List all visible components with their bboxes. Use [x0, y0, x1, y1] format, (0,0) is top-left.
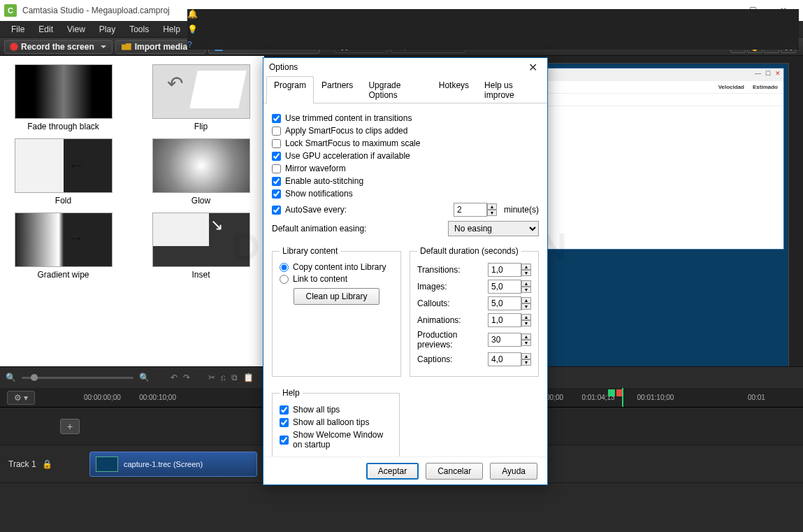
- playhead[interactable]: [622, 388, 623, 407]
- transition-label: Gradient wipe: [4, 270, 122, 280]
- autosave-minutes-input[interactable]: [454, 203, 487, 217]
- tab-partners[interactable]: Partners: [314, 76, 361, 103]
- spin-down[interactable]: ▼: [487, 210, 497, 216]
- chk-smartfocus[interactable]: [272, 127, 281, 136]
- options-dialog: Options ✕ Program Partners Upgrade Optio…: [263, 57, 548, 485]
- ruler-tick: 00:00:00;00: [84, 388, 139, 407]
- clip-thumbnail: [96, 456, 118, 472]
- transition-item[interactable]: Fade through black: [4, 60, 122, 131]
- transition-item[interactable]: Flip: [142, 60, 260, 131]
- dialog-tabs: Program Partners Upgrade Options Hotkeys…: [263, 76, 547, 103]
- menu-help[interactable]: Help: [156, 22, 187, 36]
- record-screen-button[interactable]: Record the screen: [4, 40, 113, 54]
- spin-up[interactable]: ▲: [487, 203, 497, 210]
- menu-tools[interactable]: Tools: [122, 22, 156, 36]
- transition-thumb: [15, 213, 113, 267]
- radio-link-content[interactable]: [280, 275, 289, 284]
- ruler-tick: [194, 388, 249, 407]
- library-content-group: Library content Copy content into Librar…: [272, 246, 401, 377]
- transition-label: Flip: [142, 122, 260, 131]
- dur-callouts-input[interactable]: [488, 296, 521, 310]
- dialog-help-button[interactable]: Ayuda: [490, 463, 537, 480]
- chk-welcome-window[interactable]: [280, 436, 289, 445]
- transition-label: Inset: [142, 270, 260, 280]
- track-label: Track 1: [8, 459, 36, 469]
- notification-bell-icon[interactable]: 🔔: [187, 9, 793, 19]
- help-group: Help Show all tips Show all balloon tips…: [272, 388, 400, 456]
- menu-view[interactable]: View: [60, 22, 92, 36]
- dialog-ok-button[interactable]: Aceptar: [366, 463, 419, 480]
- chk-autostitching[interactable]: [272, 177, 281, 186]
- marker-green[interactable]: [608, 389, 615, 396]
- easing-select[interactable]: No easing: [448, 221, 539, 236]
- zoom-slider[interactable]: [22, 377, 133, 379]
- tab-program[interactable]: Program: [266, 76, 314, 103]
- ruler-tick: 00:01:10;00: [637, 388, 693, 407]
- window-title: Camtasia Studio - Megaupload.camproj: [22, 6, 170, 15]
- dur-captions-input[interactable]: [488, 352, 521, 366]
- lightbulb-icon[interactable]: 💡: [187, 24, 793, 34]
- lock-icon[interactable]: 🔒: [42, 459, 52, 469]
- dur-prodpreview-input[interactable]: [488, 333, 521, 347]
- transition-item[interactable]: Inset: [142, 208, 260, 280]
- transition-thumb: [15, 138, 113, 193]
- timeline-settings-button[interactable]: ⚙ ▾: [7, 391, 35, 405]
- clean-library-button[interactable]: Clean up Library: [294, 288, 379, 305]
- transition-item[interactable]: Glow: [142, 134, 260, 206]
- transition-thumb: [152, 64, 250, 119]
- zoom-in-icon[interactable]: 🔍: [139, 373, 150, 382]
- transition-item[interactable]: Gradient wipe: [4, 208, 122, 280]
- transition-label: Fade through black: [4, 122, 122, 131]
- dur-images-input[interactable]: [488, 280, 521, 294]
- chk-trimmed-content[interactable]: [272, 114, 281, 123]
- add-track-button[interactable]: +: [60, 419, 80, 434]
- cut-icon[interactable]: ✂: [208, 373, 215, 382]
- copy-icon[interactable]: ⧉: [231, 373, 238, 382]
- dialog-close-button[interactable]: ✕: [524, 61, 542, 74]
- easing-label: Default animation easing:: [272, 224, 366, 233]
- dur-animations-input[interactable]: [488, 313, 521, 327]
- ruler-tick: 00:01: [748, 388, 803, 407]
- transition-thumb: [15, 64, 113, 119]
- zoom-out-icon[interactable]: 🔍: [6, 373, 16, 382]
- timeline-clip[interactable]: capture-1.trec (Screen): [89, 452, 257, 477]
- transition-thumb: [152, 138, 250, 193]
- tab-hotkeys[interactable]: Hotkeys: [431, 76, 477, 103]
- tab-upgrade[interactable]: Upgrade Options: [361, 76, 431, 103]
- chk-show-balloon[interactable]: [280, 418, 289, 427]
- undo-icon[interactable]: ↶: [171, 373, 178, 382]
- redo-icon[interactable]: ↷: [183, 373, 190, 382]
- chk-autosave[interactable]: [272, 206, 281, 215]
- chk-mirror-waveform[interactable]: [272, 164, 281, 173]
- transition-label: Glow: [142, 196, 260, 206]
- chevron-down-icon: [101, 45, 106, 51]
- default-duration-group: Default duration (seconds) Transitions:▲…: [410, 246, 539, 377]
- menu-edit[interactable]: Edit: [31, 22, 60, 36]
- dialog-cancel-button[interactable]: Cancelar: [426, 463, 483, 480]
- menu-play[interactable]: Play: [92, 22, 122, 36]
- chk-notifications[interactable]: [272, 189, 281, 199]
- menubar: File Edit View Play Tools Help 🔔 💡 ?: [0, 21, 803, 38]
- split-icon[interactable]: ⎌: [221, 373, 226, 382]
- transition-item[interactable]: Fold: [4, 134, 122, 206]
- chk-gpu-accel[interactable]: [272, 152, 281, 161]
- transition-label: Fold: [4, 196, 122, 206]
- ruler-tick: 00:00:10;00: [139, 388, 194, 407]
- paste-icon[interactable]: 📋: [243, 373, 254, 382]
- transition-thumb: [152, 213, 250, 267]
- dur-transitions-input[interactable]: [488, 263, 521, 277]
- tab-improve[interactable]: Help us improve: [477, 76, 544, 103]
- dialog-title: Options: [269, 62, 298, 72]
- app-logo: C: [4, 4, 17, 17]
- chk-show-tips[interactable]: [280, 405, 289, 415]
- ruler-tick: [693, 388, 748, 407]
- chk-lock-smartfocus[interactable]: [272, 139, 281, 148]
- radio-copy-library[interactable]: [280, 263, 289, 272]
- menu-file[interactable]: File: [4, 22, 31, 36]
- help-icon[interactable]: ?: [187, 40, 793, 50]
